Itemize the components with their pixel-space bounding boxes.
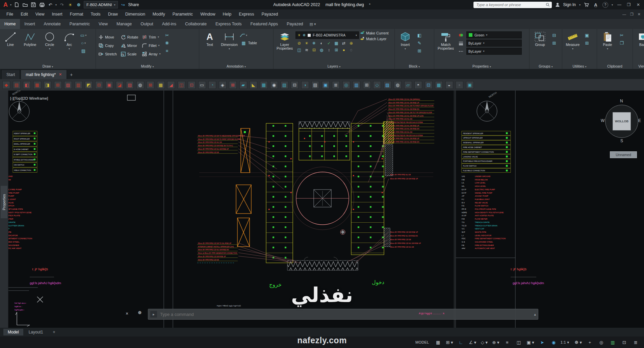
new-layout-button[interactable]: + (48, 329, 59, 335)
ribbon-tab[interactable]: Manage (112, 19, 136, 29)
lineweight-dropdown[interactable]: ByLayer ▾ (466, 40, 522, 47)
menu-item[interactable]: Parametric (169, 12, 197, 17)
minimize-button[interactable]: — (616, 2, 622, 7)
quick-calc-icon[interactable]: ⊞ (583, 40, 591, 46)
toolbar-icon[interactable]: ◈ (219, 81, 227, 89)
toolbar-icon[interactable]: ▱ (404, 81, 412, 89)
restore-button[interactable]: ❐ (626, 2, 632, 7)
toolbar-icon[interactable]: ◔ (208, 81, 216, 89)
layer-properties-button[interactable]: Layer Properties (275, 30, 295, 62)
menu-item[interactable]: File (3, 12, 17, 17)
toolbar-icon[interactable]: ⊠ (229, 81, 237, 89)
ribbon-tab[interactable]: Parametric (65, 19, 94, 29)
layer-tool-icon[interactable]: ⊕ (347, 40, 355, 47)
toolbar-icon[interactable]: ≣ (332, 81, 340, 89)
status-item[interactable]: ▣ ▾ (524, 338, 535, 346)
layer-tool-icon[interactable]: ❄ (310, 40, 318, 47)
menu-item[interactable]: Tools (87, 12, 104, 17)
base-button[interactable]: Base (634, 30, 644, 62)
status-item[interactable]: ⊞ ▾ (444, 338, 455, 346)
command-collapse-icon[interactable]: ▴ (534, 312, 536, 317)
search-box[interactable] (473, 2, 552, 8)
linetype-dropdown[interactable]: ByLayer ▾ (466, 48, 522, 55)
menu-item[interactable]: Payazed (258, 12, 282, 17)
toolbar-icon[interactable]: ▥ (353, 81, 360, 89)
erase-icon[interactable]: ✂ (163, 32, 171, 39)
mirror-button[interactable]: Mirror (119, 41, 140, 50)
tab-close-icon[interactable]: ✕ (59, 72, 62, 77)
viewcube-north[interactable]: N (620, 99, 623, 103)
toolbar-icon[interactable]: ◇ (373, 81, 381, 89)
status-item[interactable]: MODEL (414, 338, 432, 346)
ribbon-tab[interactable]: Payazed (282, 19, 308, 29)
status-item[interactable]: ◎ (595, 338, 606, 346)
ribbon-tab[interactable]: Featured Apps (246, 19, 282, 29)
layer-tool-icon[interactable]: ⊟ (310, 47, 318, 53)
viewcube[interactable]: N W WOLLOB E S (604, 99, 639, 147)
user-icon[interactable] (555, 2, 560, 7)
toolbar-icon[interactable]: ▫ (456, 81, 463, 89)
create-block-icon[interactable]: ◧ (415, 32, 423, 39)
layer-tool-icon[interactable]: ✓ (325, 40, 333, 47)
layer-tool-icon[interactable]: ⇄ (340, 40, 347, 47)
autocad-logo-icon[interactable]: A (3, 1, 8, 8)
tab-start[interactable]: Start (1, 70, 20, 79)
share-icon[interactable]: ↪ (120, 1, 126, 8)
ribbon-tab[interactable]: Add-ins (158, 19, 181, 29)
lineweight-icon[interactable] (457, 40, 465, 47)
viewcube-west[interactable]: W (601, 118, 604, 123)
toolbar-icon[interactable]: ▰ (239, 81, 247, 89)
ribbon-tab[interactable]: Output (136, 19, 158, 29)
toolbar-icon[interactable]: ◓ (414, 81, 422, 89)
toolbar-icon[interactable]: ⊡ (425, 81, 433, 89)
layer-tool-icon[interactable]: ◌ (347, 47, 355, 53)
sign-in-button[interactable]: Sign In (563, 2, 576, 7)
sign-in-caret-icon[interactable]: ▾ (579, 3, 581, 6)
status-item[interactable]: ∠ ▾ (467, 338, 478, 346)
layer-tool-icon[interactable]: ◐ (318, 40, 325, 47)
hatch-icon[interactable]: ▨ (79, 47, 87, 54)
toolbar-icon[interactable]: ◒ (445, 81, 453, 89)
group-edit-icon[interactable]: ⊞ (550, 40, 558, 46)
arc-button[interactable]: Arc ▾ (60, 30, 79, 62)
rotate-button[interactable]: Rotate (119, 33, 140, 41)
toolbar-icon[interactable]: ▥ (75, 81, 82, 89)
toolbar-icon[interactable]: ▣ (322, 81, 330, 89)
polyline-button[interactable]: Polyline (21, 30, 40, 62)
toolbar-icon[interactable]: ◫ (178, 81, 185, 89)
make-current-button[interactable]: Make Current (360, 31, 389, 35)
menu-item[interactable]: Dimension (122, 12, 149, 17)
trim-button[interactable]: Trim▾ (140, 33, 162, 41)
toolbar-icon[interactable]: ▤ (311, 81, 319, 89)
toolbar-icon[interactable]: ⊞ (54, 81, 62, 89)
status-item[interactable]: ⊡ (618, 338, 629, 346)
ribbon-tab[interactable]: Insert (20, 19, 39, 29)
layer-tool-icon[interactable]: ● (340, 47, 347, 53)
toolbar-icon[interactable]: ▨ (64, 81, 72, 89)
cut-icon[interactable]: ✂ (618, 32, 626, 39)
menu-item[interactable]: Format (66, 12, 87, 17)
toolbar-icon[interactable]: ◉ (270, 81, 278, 89)
panel-label-clipboard[interactable]: Clipboard (597, 64, 633, 68)
panel-label-properties[interactable]: Properties▾ (434, 64, 529, 68)
toolbar-icon[interactable]: ◎ (342, 81, 350, 89)
toolbar-icon[interactable]: ⊟ (95, 81, 103, 89)
plot-icon[interactable] (38, 1, 45, 8)
menu-item[interactable]: View (32, 12, 48, 17)
array-button[interactable]: Array▾ (140, 50, 162, 58)
toolbar-icon[interactable]: ▣ (105, 81, 113, 89)
viewcube-south[interactable]: S (620, 139, 623, 143)
group-button[interactable]: Group (531, 30, 549, 62)
toolbar-icon[interactable]: ◣ (250, 81, 257, 89)
viewport-name-badge[interactable]: Unnamed (610, 151, 637, 158)
layer-tool-icon[interactable]: ≋ (303, 47, 310, 53)
dimension-button[interactable]: Dimension ▾ (220, 30, 239, 62)
toolbar-icon[interactable]: ▦ (33, 81, 41, 89)
new-file-icon[interactable] (13, 1, 20, 8)
copy-button[interactable]: Copy (97, 41, 119, 50)
explode-icon[interactable]: ❋ (163, 40, 171, 46)
menu-item[interactable]: Insert (48, 12, 66, 17)
layer-tool-icon[interactable]: ↕ (325, 47, 333, 53)
toolbar-icon[interactable]: ◆ (2, 81, 10, 89)
command-customize-icon[interactable]: ☸ (138, 310, 142, 315)
